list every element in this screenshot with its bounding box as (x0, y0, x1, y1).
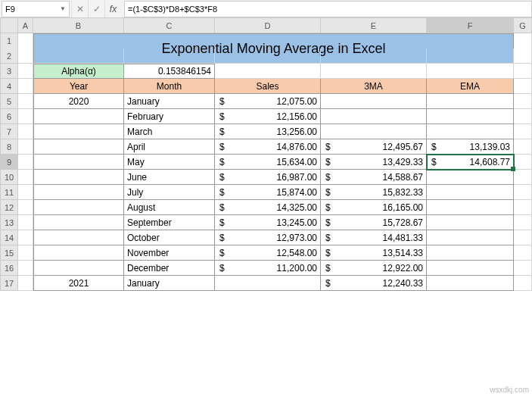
cell-sales-10[interactable]: $16,987.00 (215, 170, 321, 185)
cell-E3[interactable] (321, 64, 427, 79)
cell-sales-17[interactable] (215, 276, 321, 291)
cell-A16[interactable] (18, 261, 33, 276)
cell-G13[interactable] (514, 215, 532, 230)
cell-A7[interactable] (18, 124, 33, 139)
cell-ema-13[interactable] (427, 215, 514, 230)
row-header-13[interactable]: 13 (0, 215, 18, 230)
cell-sales-6[interactable]: $12,156.00 (215, 109, 321, 124)
cell-year-6[interactable] (33, 109, 124, 124)
cell-year-14[interactable] (33, 230, 124, 245)
cell-G9[interactable] (514, 155, 532, 170)
name-box[interactable]: F9 ▼ (2, 1, 70, 17)
cell-year-8[interactable] (33, 139, 124, 155)
cell-G5[interactable] (514, 94, 532, 109)
cell-month-9[interactable]: May (124, 155, 215, 170)
col-header-A[interactable]: A (18, 18, 33, 33)
cell-ema-8[interactable]: $13,139.03 (427, 139, 514, 155)
cell-ema-14[interactable] (427, 230, 514, 245)
cell-G3[interactable] (514, 64, 532, 79)
cell-C2[interactable] (124, 48, 215, 64)
cell-F2[interactable] (427, 48, 514, 64)
col-header-D[interactable]: D (215, 18, 321, 33)
cell-ema-7[interactable] (427, 124, 514, 139)
cell-ema-6[interactable] (427, 109, 514, 124)
cell-A9[interactable] (18, 155, 33, 170)
cell-month-16[interactable]: December (124, 261, 215, 276)
cell-A15[interactable] (18, 245, 33, 261)
cell-A10[interactable] (18, 170, 33, 185)
row-header-10[interactable]: 10 (0, 170, 18, 185)
cell-month-11[interactable]: July (124, 185, 215, 200)
row-header-15[interactable]: 15 (0, 245, 18, 261)
header-ema[interactable]: EMA (427, 79, 514, 94)
cell-sales-9[interactable]: $15,634.00 (215, 155, 321, 170)
cell-sales-11[interactable]: $15,874.00 (215, 185, 321, 200)
cell-A3[interactable] (18, 64, 33, 79)
cell-ema-9[interactable]: $14,608.77 (427, 155, 514, 170)
col-header-B[interactable]: B (33, 18, 124, 33)
cell-year-17[interactable]: 2021 (33, 276, 124, 291)
cell-G11[interactable] (514, 185, 532, 200)
cell-year-16[interactable] (33, 261, 124, 276)
cell-year-10[interactable] (33, 170, 124, 185)
fill-handle[interactable] (511, 167, 515, 171)
row-header-17[interactable]: 17 (0, 276, 18, 291)
cell-sales-14[interactable]: $12,973.00 (215, 230, 321, 245)
cell-ema-17[interactable] (427, 276, 514, 291)
cell-A13[interactable] (18, 215, 33, 230)
cell-A12[interactable] (18, 200, 33, 215)
cell-F3[interactable] (427, 64, 514, 79)
formula-input[interactable]: =(1-$C$3)*D8+$C$3*F8 (124, 1, 532, 17)
col-header-E[interactable]: E (321, 18, 427, 33)
cell-G2[interactable] (514, 48, 532, 64)
col-header-G[interactable]: G (514, 18, 532, 33)
cell-month-6[interactable]: February (124, 109, 215, 124)
cell-G16[interactable] (514, 261, 532, 276)
cell-3ma-14[interactable]: $14,481.33 (321, 230, 427, 245)
chevron-down-icon[interactable]: ▼ (60, 5, 66, 12)
col-header-F[interactable]: F (427, 18, 514, 33)
cell-3ma-6[interactable] (321, 109, 427, 124)
header-sales[interactable]: Sales (215, 79, 321, 94)
cell-ema-15[interactable] (427, 245, 514, 261)
cell-D2[interactable] (215, 48, 321, 64)
cell-month-10[interactable]: June (124, 170, 215, 185)
row-header-3[interactable]: 3 (0, 64, 18, 79)
cell-sales-16[interactable]: $11,200.00 (215, 261, 321, 276)
cell-A2[interactable] (18, 48, 33, 64)
row-header-4[interactable]: 4 (0, 79, 18, 94)
cell-month-12[interactable]: August (124, 200, 215, 215)
row-header-14[interactable]: 14 (0, 230, 18, 245)
cell-A4[interactable] (18, 79, 33, 94)
cell-3ma-8[interactable]: $12,495.67 (321, 139, 427, 155)
cell-G6[interactable] (514, 109, 532, 124)
cell-3ma-17[interactable]: $12,240.33 (321, 276, 427, 291)
cell-G15[interactable] (514, 245, 532, 261)
cell-G12[interactable] (514, 200, 532, 215)
cell-ema-10[interactable] (427, 170, 514, 185)
cell-3ma-11[interactable]: $15,832.33 (321, 185, 427, 200)
cell-3ma-15[interactable]: $13,514.33 (321, 245, 427, 261)
row-header-5[interactable]: 5 (0, 94, 18, 109)
row-header-2[interactable]: 2 (0, 48, 18, 64)
cell-sales-13[interactable]: $13,245.00 (215, 215, 321, 230)
row-header-9[interactable]: 9 (0, 155, 18, 170)
row-header-16[interactable]: 16 (0, 261, 18, 276)
cell-year-7[interactable] (33, 124, 124, 139)
cell-year-13[interactable] (33, 215, 124, 230)
cell-G10[interactable] (514, 170, 532, 185)
row-header-11[interactable]: 11 (0, 185, 18, 200)
alpha-value-cell[interactable]: 0.153846154 (124, 64, 215, 79)
cell-year-11[interactable] (33, 185, 124, 200)
header-year[interactable]: Year (33, 79, 124, 94)
cell-A6[interactable] (18, 109, 33, 124)
row-header-7[interactable]: 7 (0, 124, 18, 139)
cell-D3[interactable] (215, 64, 321, 79)
cell-G4[interactable] (514, 79, 532, 94)
cell-ema-12[interactable] (427, 200, 514, 215)
row-header-6[interactable]: 6 (0, 109, 18, 124)
select-all-corner[interactable] (0, 18, 18, 33)
cell-sales-12[interactable]: $14,325.00 (215, 200, 321, 215)
cell-year-5[interactable]: 2020 (33, 94, 124, 109)
cancel-icon[interactable]: ✕ (71, 1, 88, 17)
